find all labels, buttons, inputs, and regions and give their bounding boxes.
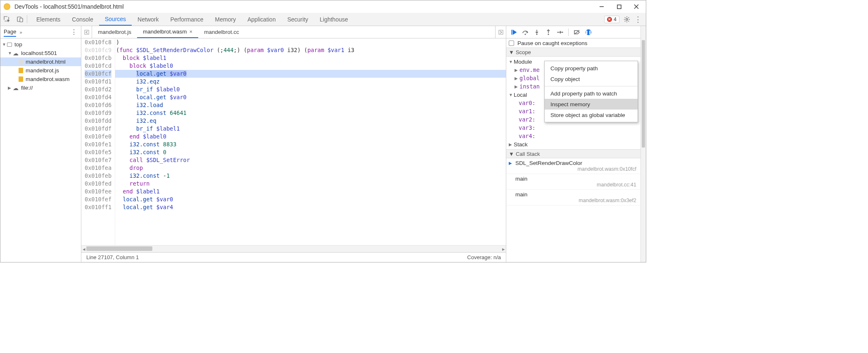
more-menu-icon[interactable]: ⋮ [634, 17, 642, 21]
minimize-button[interactable] [599, 4, 605, 10]
cloud-icon [13, 50, 19, 56]
panel-vertical-scrollbar[interactable] [640, 26, 646, 262]
svg-point-20 [536, 33, 537, 35]
svg-line-12 [625, 17, 625, 18]
scope-stack-header[interactable]: ▶Stack [506, 140, 640, 148]
svg-rect-1 [617, 5, 621, 9]
close-button[interactable] [633, 4, 639, 10]
svg-rect-17 [499, 30, 503, 34]
svg-line-14 [625, 21, 625, 21]
navigator-head: Page » ⋮ [0, 26, 81, 38]
coverage-status: Coverage: n/a [467, 254, 501, 260]
scope-local-item[interactable]: var3: [506, 124, 640, 132]
window-controls [599, 4, 643, 10]
window-titlebar: DevTools - localhost:5501/mandelbrot.htm… [0, 0, 646, 13]
page-icon [19, 59, 23, 64]
settings-icon[interactable] [624, 16, 630, 23]
code-editor[interactable]: 0x010fc80x010fc90x010fcb0x010fcd0x010fcf… [81, 38, 506, 245]
tab-nav-prev-icon[interactable] [81, 26, 92, 38]
deactivate-breakpoints-icon[interactable] [574, 29, 580, 35]
tree-item[interactable]: ▶file:// [0, 83, 81, 92]
context-menu-item[interactable]: Store object as global variable [545, 110, 638, 120]
file-tree[interactable]: ▼top▼localhost:5501mandelbrot.htmlmandel… [0, 38, 81, 262]
debugger-body: Pause on caught exceptions ▼Scope ▼Modul… [506, 38, 640, 262]
file-tab[interactable]: mandelbrot.js [92, 26, 137, 38]
resume-icon[interactable] [510, 29, 517, 35]
toolbar-right: ✕ 4 ⋮ [600, 13, 646, 26]
main-area: Page » ⋮ ▼top▼localhost:5501mandelbrot.h… [0, 26, 646, 262]
device-toolbar-icon[interactable] [14, 13, 27, 26]
callstack-section-header[interactable]: ▼Call Stack [506, 149, 640, 158]
tree-item[interactable]: ▼localhost:5501 [0, 49, 81, 57]
navigator-tab-page[interactable]: Page [4, 29, 16, 37]
context-menu-item[interactable]: Copy object [545, 74, 638, 84]
callstack-frame[interactable]: mainmandelbrot.cc:41 [506, 174, 640, 190]
editor-column: mandelbrot.jsmandelbrot.wasm×mandelbrot.… [81, 26, 506, 262]
panel-tab-security[interactable]: Security [282, 13, 314, 26]
panel-tab-memory[interactable]: Memory [209, 13, 242, 26]
panel-tab-network[interactable]: Network [132, 13, 164, 26]
cursor-position: Line 27107, Column 1 [86, 254, 139, 260]
close-icon[interactable]: × [190, 29, 193, 35]
step-into-icon[interactable] [534, 29, 540, 35]
tree-item[interactable]: mandelbrot.html [0, 57, 81, 66]
svg-line-15 [628, 17, 629, 18]
panel-tab-performance[interactable]: Performance [164, 13, 209, 26]
step-over-icon[interactable] [522, 29, 529, 35]
svg-line-13 [628, 21, 629, 21]
svg-point-7 [626, 18, 628, 20]
scope-section-header[interactable]: ▼Scope [506, 48, 640, 57]
pause-on-caught-row[interactable]: Pause on caught exceptions [506, 38, 640, 48]
select-element-icon[interactable] [0, 13, 14, 26]
scope-local-item[interactable]: var4: [506, 132, 640, 140]
window-title: DevTools - localhost:5501/mandelbrot.htm… [14, 3, 599, 10]
devtools-tabs-row: ElementsConsoleSourcesNetworkPerformance… [0, 13, 646, 26]
svg-rect-16 [85, 30, 89, 34]
panel-tab-application[interactable]: Application [242, 13, 282, 26]
pause-on-caught-label: Pause on caught exceptions [517, 40, 588, 46]
svg-point-22 [548, 33, 549, 35]
error-count-badge[interactable]: ✕ 4 [604, 16, 619, 23]
editor-statusbar: Line 27107, Column 1 Coverage: n/a [81, 252, 506, 262]
script-icon [19, 68, 23, 73]
folder-outline-icon [7, 43, 12, 47]
debugger-panel: ❚❚ Pause on caught exceptions ▼Scope ▼Mo… [506, 26, 640, 262]
debugger-toolbar: ❚❚ [506, 26, 640, 38]
file-tabs: mandelbrot.jsmandelbrot.wasm×mandelbrot.… [81, 26, 506, 38]
svg-point-18 [524, 33, 526, 35]
error-count: 4 [614, 17, 617, 22]
panel-tab-elements[interactable]: Elements [31, 13, 66, 26]
svg-rect-6 [20, 18, 23, 22]
sources-navigator: Page » ⋮ ▼top▼localhost:5501mandelbrot.h… [0, 26, 81, 262]
file-tab[interactable]: mandelbrot.cc [198, 26, 245, 38]
context-menu-item[interactable]: Copy property path [545, 63, 638, 74]
context-menu-item[interactable]: Inspect memory [545, 99, 638, 110]
context-menu[interactable]: Copy property pathCopy objectAdd propert… [544, 61, 638, 122]
devtools-window: DevTools - localhost:5501/mandelbrot.htm… [0, 0, 646, 262]
editor-horizontal-scrollbar[interactable]: ◂ ▸ [81, 245, 506, 252]
tree-item[interactable]: mandelbrot.wasm [0, 75, 81, 83]
tree-item[interactable]: ▼top [0, 40, 81, 49]
script-icon [19, 76, 23, 82]
maximize-button[interactable] [616, 4, 622, 10]
app-icon [4, 3, 10, 10]
callstack-frame[interactable]: mainmandelbrot.wasm:0x3ef2 [506, 190, 640, 205]
callstack-frame[interactable]: SDL_SetRenderDrawColormandelbrot.wasm:0x… [506, 158, 640, 174]
step-icon[interactable] [557, 30, 563, 35]
pause-state-icon[interactable]: ❚❚ [585, 29, 592, 35]
pause-on-caught-checkbox[interactable] [509, 41, 514, 46]
panel-tabs: ElementsConsoleSourcesNetworkPerformance… [27, 13, 600, 26]
tree-item[interactable]: mandelbrot.js [0, 66, 81, 75]
panel-tab-console[interactable]: Console [66, 13, 99, 26]
svg-point-24 [562, 31, 563, 33]
file-tab[interactable]: mandelbrot.wasm× [137, 26, 198, 38]
panel-tab-sources[interactable]: Sources [99, 13, 132, 26]
tab-nav-next-icon[interactable] [495, 26, 506, 38]
cloud-icon [13, 85, 19, 91]
navigator-menu-icon[interactable]: ⋮ [71, 28, 78, 36]
navigator-more-tabs[interactable]: » [19, 30, 22, 35]
error-icon: ✕ [607, 17, 612, 22]
step-out-icon[interactable] [545, 29, 552, 35]
context-menu-item[interactable]: Add property path to watch [545, 88, 638, 99]
panel-tab-lighthouse[interactable]: Lighthouse [314, 13, 354, 26]
